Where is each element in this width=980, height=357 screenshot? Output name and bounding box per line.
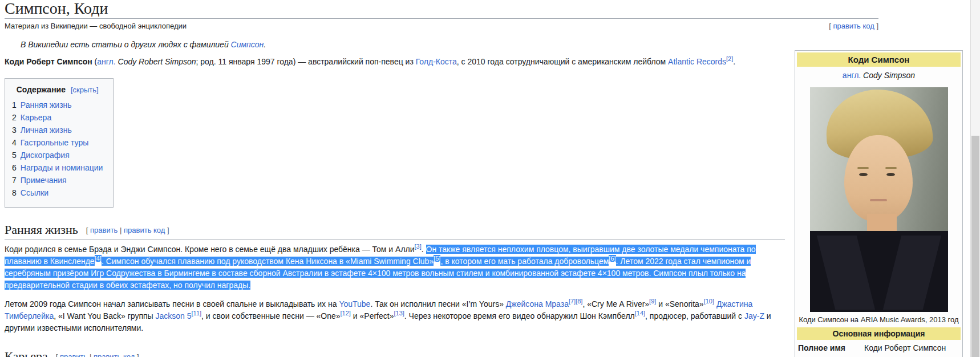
toc-item-number: 3 [12,125,17,135]
text-run: ] [874,22,878,30]
infobox-rows: Полное имяКоди Роберт СимпсонДата рожден… [797,341,961,357]
text-run: ] [135,352,139,357]
toc-item[interactable]: 8Ссылки [12,186,103,199]
reference-link[interactable]: [14] [635,310,645,317]
toc-item-number: 1 [12,100,17,109]
toc-item[interactable]: 1Ранняя жизнь [12,99,103,111]
text-link[interactable]: править [90,226,118,234]
text-link[interactable]: править код [94,352,135,357]
text-run: , с 2010 года сотрудничающий с американс… [457,57,668,66]
text-run: . Так он исполнил песни «I’m Yours» [370,299,505,309]
toc-hide-toggle[interactable]: [скрыть] [71,86,99,94]
paragraph-early-life-1: Коди родился в семье Брэда и Энджи Симпс… [5,244,785,291]
toc-item-link[interactable]: Личная жизнь [21,125,72,135]
text-link[interactable]: Голд-Коста [416,57,457,66]
text-run: и «Senorita» [656,299,703,309]
scrollbar-track[interactable] [970,0,980,357]
reference-link[interactable]: [12] [341,310,351,317]
infobox-title: Коди Симпсон [797,52,961,67]
toc-item[interactable]: 5Дискография [12,149,103,161]
infobox-section-header: Основная информация [797,327,961,340]
text-run: , в котором его мать работала добровольц… [440,257,609,266]
text-run: , продюсер, работавший с [645,311,744,321]
text-link[interactable]: Atlantic Records [668,57,726,66]
text-run: Cody Simpson [863,71,915,80]
reference-link[interactable]: [11] [192,310,202,317]
toc-item-link[interactable]: Ранняя жизнь [21,100,72,109]
infobox-row-label: Дата рождения [797,355,863,357]
section-edit-links-early-life[interactable]: [ править | править код ] [86,226,169,234]
text-link[interactable]: Симпсон [231,40,264,49]
toc-item-link[interactable]: Награды и номинации [21,163,103,172]
text-run: и «Perfect» [351,311,394,321]
text-link[interactable]: англ. [97,57,115,66]
section-edit-links-career[interactable]: [ править | править код ] [56,352,139,357]
reference-link[interactable]: [10] [704,298,714,305]
text-link[interactable]: править код [124,226,165,234]
text-run: Коди родился в семье Брэда и Энджи Симпс… [5,245,415,254]
infobox-photo-caption: Коди Симпсон на ARIA Music Awards, 2013 … [797,313,961,327]
text-run: , «Cry Me A River» [582,299,649,309]
article-content: Симпсон, Коди Материал из Википедии — св… [5,0,789,357]
toc-item[interactable]: 6Награды и номинации [12,161,103,174]
infobox-table: Полное имяКоди Роберт СимпсонДата рожден… [797,341,961,357]
text-link[interactable]: Jay-Z [744,311,764,321]
toc-item[interactable]: 7Примечания [12,174,103,186]
text-link[interactable]: править [60,352,87,357]
reference-link[interactable]: [13] [394,310,404,317]
toc-item[interactable]: 3Личная жизнь [12,124,103,136]
toc-item-link[interactable]: Примечания [21,176,67,185]
photo-eye-shape [859,173,868,176]
infobox-row-value: Коди Роберт Симпсон [863,341,961,355]
text-run: [ [86,226,90,234]
text-run: , «I Want You Back» группы [54,311,155,321]
toc-list: 1Ранняя жизнь2Карьера3Личная жизнь4Гастр… [12,99,103,199]
reference-link[interactable]: [8] [576,298,582,305]
table-of-contents: Содержание [скрыть] 1Ранняя жизнь2Карьер… [5,78,114,208]
photo-brow-shape [857,167,869,169]
photo-lapel-shape [816,236,874,310]
text-link[interactable]: англ. [843,71,861,80]
reference-link[interactable]: [3] [415,243,422,250]
toc-item-number: 4 [12,138,17,147]
toc-item-link[interactable]: Дискография [21,151,70,160]
text-link[interactable]: править код [833,22,874,30]
lead-paragraph: Коди Роберт Симпсон (англ. Cody Robert S… [5,56,785,68]
text-run: ] [165,226,169,234]
photo-lapel-shape [882,236,941,310]
scrollbar-thumb[interactable] [971,136,979,357]
reference-link[interactable]: [2] [726,55,733,62]
text-run: [ [56,352,60,357]
toc-item-number: 2 [12,113,17,122]
reference-link[interactable]: [9] [649,298,656,305]
text-link[interactable]: YouTube [339,299,370,309]
reference-link[interactable]: [5] [434,255,440,262]
page-edit-code-link[interactable]: [ править код ] [829,22,878,31]
infobox-row-value: 11 января 1997 (28 лет) [863,355,961,357]
text-run: Коди Роберт Симпсон [5,57,92,66]
toc-item-link[interactable]: Гастрольные туры [21,138,88,147]
text-run: Летом 2009 года Симпсон начал записывать… [5,299,339,309]
reference-link[interactable]: [7] [569,298,576,305]
toc-title: Содержание [17,85,66,94]
text-run: | [118,226,124,234]
text-link[interactable]: Jackson 5 [156,311,192,321]
toc-header: Содержание [скрыть] [12,83,103,96]
page-title: Симпсон, Коди [5,0,878,19]
reference-link[interactable]: [6] [609,255,615,262]
infobox-photo[interactable] [810,87,948,312]
reference-link[interactable]: [4] [95,255,102,262]
toc-item-link[interactable]: Карьера [21,113,51,122]
toc-item-link[interactable]: Ссылки [21,188,48,197]
text-run: В Википедии есть статьи о других людях с… [21,40,231,49]
photo-face-shape [844,135,913,222]
text-link[interactable]: Джейсона Мраза [506,299,569,309]
text-run: | [87,352,94,357]
toc-item[interactable]: 4Гастрольные туры [12,136,103,149]
photo-mouth-shape [870,199,887,201]
toc-item[interactable]: 2Карьера [12,111,103,124]
text-run: Cody Robert Simpson [118,57,196,66]
section-title-early-life: Ранняя жизнь [5,222,78,237]
text-run: . Через некоторое время его видео обнару… [404,311,635,321]
toc-item-number: 8 [12,188,17,197]
